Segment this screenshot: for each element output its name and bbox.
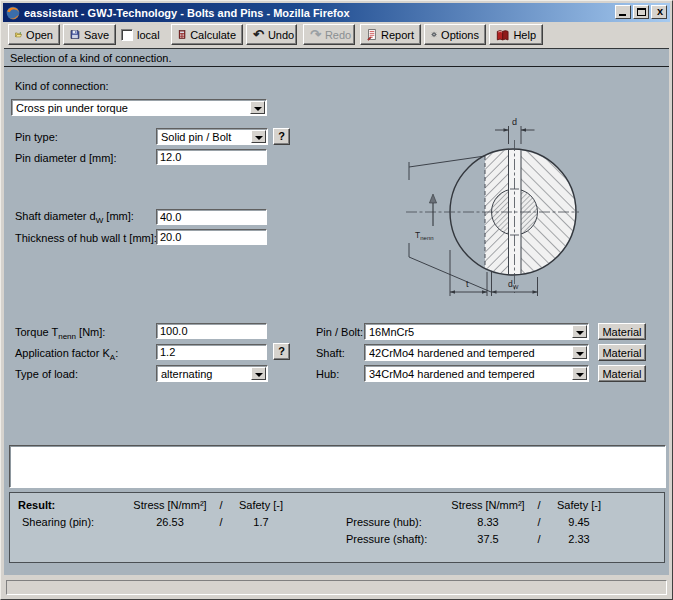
shaft-diameter-label: Shaft diameter dW [mm]: (15, 210, 134, 225)
hub-material-select[interactable]: 34CrMo4 hardened and tempered (364, 365, 589, 382)
pin-type-label: Pin type: (15, 131, 58, 143)
application-factor-input[interactable] (156, 344, 267, 360)
close-button[interactable]: x (651, 5, 667, 19)
dropdown-arrow-icon[interactable] (572, 367, 587, 380)
application-factor-label: Application factor KA: (15, 347, 118, 362)
hub-wall-input[interactable] (156, 229, 267, 245)
torque-arrow-head (429, 194, 436, 203)
pin-bolt-material-select[interactable]: 16MnCr5 (364, 323, 589, 340)
material-button-label: Material (602, 326, 641, 338)
slash: / (216, 499, 226, 511)
question-mark-icon: ? (278, 345, 285, 357)
torque-input[interactable] (156, 323, 267, 339)
undo-icon: ↶ (253, 28, 264, 41)
status-field (6, 580, 667, 595)
kind-of-connection-value: Cross pin under torque (16, 102, 248, 114)
local-checkbox[interactable]: local (121, 29, 160, 41)
options-button[interactable]: Options (424, 24, 486, 45)
pressure-shaft-label: Pressure (shaft): (346, 533, 427, 545)
cross-pin-diagram: d Tnenn t dW (406, 110, 596, 310)
redo-icon: ↷ (310, 28, 321, 41)
checkbox-icon[interactable] (121, 29, 133, 41)
shaft-material-select[interactable]: 42CrMo4 hardened and tempered (364, 344, 589, 361)
shaft-material-button[interactable]: Material (598, 344, 646, 361)
pin-type-select[interactable]: Solid pin / Bolt (156, 128, 268, 145)
hub-wall-label: Thickness of hub wall t [mm]: (15, 232, 157, 244)
kind-of-connection-select[interactable]: Cross pin under torque (11, 99, 267, 116)
help-button[interactable]: Help (489, 24, 543, 45)
pressure-hub-safety: 9.45 (550, 516, 608, 528)
dropdown-arrow-icon[interactable] (251, 367, 266, 380)
open-label: Open (26, 29, 53, 41)
slash: / (534, 499, 544, 511)
maximize-button[interactable] (633, 5, 649, 19)
hub-label: Hub: (316, 368, 339, 380)
redo-button[interactable]: ↷ Redo (303, 24, 355, 45)
dim-d-label: d (512, 117, 517, 127)
options-gear-icon (431, 27, 437, 42)
undo-label: Undo (268, 29, 294, 41)
message-box (9, 445, 666, 488)
torque-label: Tnenn (415, 230, 434, 241)
pressure-hub-stress: 8.33 (446, 516, 530, 528)
pin-bolt-material-button[interactable]: Material (598, 323, 646, 340)
dropdown-arrow-icon[interactable] (251, 130, 266, 143)
local-checkbox-label: local (137, 29, 160, 41)
slash: / (534, 533, 544, 545)
save-floppy-icon (70, 27, 80, 42)
material-button-label: Material (602, 368, 641, 380)
open-folder-icon (15, 27, 22, 42)
hub-material-button[interactable]: Material (598, 365, 646, 382)
dropdown-arrow-icon[interactable] (250, 101, 265, 114)
type-of-load-label: Type of load: (15, 368, 78, 380)
page-header: Selection of a kind of connection. (4, 49, 669, 67)
safety-header-left: Safety [-] (232, 499, 290, 511)
redo-label: Redo (325, 29, 351, 41)
pin-bolt-label: Pin / Bolt: (316, 326, 363, 338)
dropdown-arrow-icon[interactable] (572, 346, 587, 359)
pin-type-value: Solid pin / Bolt (161, 131, 249, 143)
slash: / (216, 516, 226, 528)
report-button[interactable]: Report (360, 24, 421, 45)
minimize-icon (619, 14, 626, 16)
close-icon: x (652, 5, 668, 17)
dim-t-label: t (466, 279, 469, 289)
calculate-button[interactable]: Calculate (171, 24, 243, 45)
pin-diameter-input[interactable] (156, 149, 267, 165)
status-bar (4, 577, 669, 597)
pressure-shaft-safety: 2.33 (550, 533, 608, 545)
open-button[interactable]: Open (8, 24, 60, 45)
save-button[interactable]: Save (63, 24, 116, 45)
type-of-load-value: alternating (161, 368, 249, 380)
shearing-pin-safety: 1.7 (232, 516, 290, 528)
calculate-label: Calculate (190, 29, 236, 41)
result-row: Shearing (pin): 26.53 / 1.7 Pressure (hu… (10, 516, 664, 530)
dim-dw-label: dW (508, 279, 519, 290)
pin-diameter-label: Pin diameter d [mm]: (15, 152, 116, 164)
application-factor-help-button[interactable]: ? (273, 343, 290, 360)
shearing-pin-stress: 26.53 (128, 516, 212, 528)
dropdown-arrow-icon[interactable] (572, 325, 587, 338)
minimize-button[interactable] (615, 5, 631, 19)
calculator-icon (178, 27, 186, 42)
pin-type-help-button[interactable]: ? (273, 128, 290, 145)
shaft-diameter-input[interactable] (156, 209, 267, 225)
type-of-load-select[interactable]: alternating (156, 365, 268, 382)
toolbar: Open Save local (3, 22, 670, 48)
options-label: Options (441, 29, 479, 41)
window-title: eassistant - GWJ-Technology - Bolts and … (24, 7, 350, 19)
pressure-shaft-stress: 37.5 (446, 533, 530, 545)
torque-label-text: Torque Tnenn [Nm]: (15, 326, 105, 341)
pin-bolt-material-value: 16MnCr5 (369, 326, 570, 338)
app-window: eassistant - GWJ-Technology - Bolts and … (0, 0, 673, 600)
hub-material-value: 34CrMo4 hardened and tempered (369, 368, 570, 380)
shearing-pin-label: Shearing (pin): (22, 516, 94, 528)
stress-header-left: Stress [N/mm²] (128, 499, 212, 511)
shaft-label: Shaft: (316, 347, 345, 359)
question-mark-icon: ? (278, 130, 285, 142)
page-header-text: Selection of a kind of connection. (10, 52, 171, 64)
help-label: Help (513, 29, 536, 41)
result-panel: Result: Stress [N/mm²] / Safety [-] Stre… (9, 492, 665, 563)
undo-button[interactable]: ↶ Undo (246, 24, 297, 45)
help-book-icon (496, 28, 509, 42)
